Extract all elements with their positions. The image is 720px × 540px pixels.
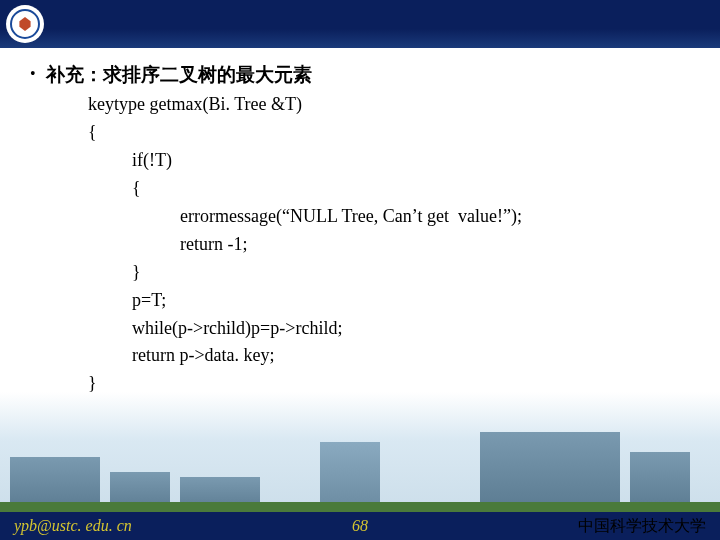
background-scene (0, 392, 720, 512)
code-line: while(p->rchild)p=p->rchild; (132, 315, 690, 343)
code-line: } (88, 370, 690, 398)
bullet-title: 补充：求排序二叉树的最大元素 (46, 60, 312, 89)
code-line: return -1; (180, 231, 690, 259)
footer-organization: 中国科学技术大学 (578, 516, 706, 537)
code-block: keytype getmax(Bi. Tree &T) { if(!T) { e… (88, 91, 690, 398)
bullet-heading: • 补充：求排序二叉树的最大元素 (30, 60, 690, 89)
footer-email: ypb@ustc. edu. cn (14, 517, 132, 535)
code-line: return p->data. key; (132, 342, 690, 370)
code-line: } (132, 259, 690, 287)
footer: ypb@ustc. edu. cn 68 中国科学技术大学 (0, 512, 720, 540)
slide-content: • 补充：求排序二叉树的最大元素 keytype getmax(Bi. Tree… (0, 48, 720, 398)
header-bar (0, 0, 720, 48)
footer-page-number: 68 (352, 517, 368, 535)
code-line: p=T; (132, 287, 690, 315)
code-line: errormessage(“NULL Tree, Can’t get value… (180, 203, 690, 231)
code-line: { (132, 175, 690, 203)
code-line: if(!T) (132, 147, 690, 175)
code-line: { (88, 119, 690, 147)
code-line: keytype getmax(Bi. Tree &T) (88, 91, 690, 119)
bullet-dot-icon: • (30, 66, 36, 82)
ustc-logo-icon (6, 5, 44, 43)
